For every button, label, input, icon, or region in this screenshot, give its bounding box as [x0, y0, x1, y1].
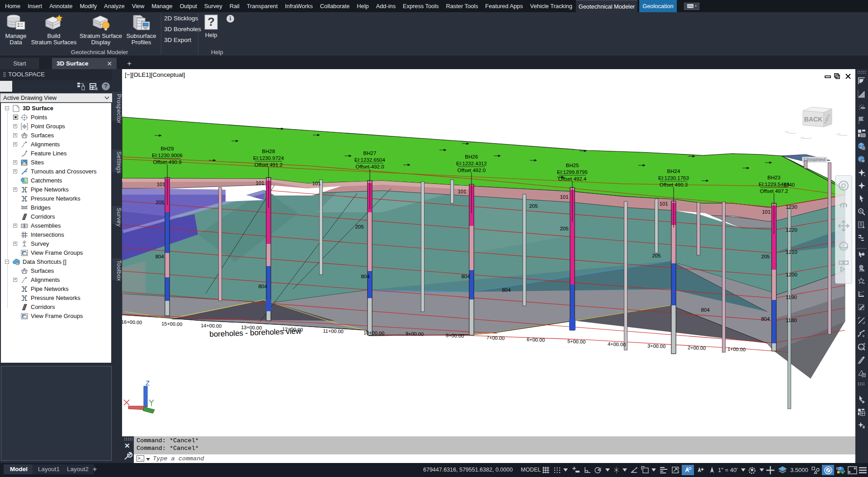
svg-text:804: 804	[701, 307, 710, 313]
svg-text:1230: 1230	[786, 204, 797, 210]
svg-text:BH28: BH28	[262, 149, 275, 154]
svg-text:BH27: BH27	[363, 150, 377, 156]
svg-text:Offset 497.2: Offset 497.2	[760, 188, 788, 194]
svg-text:6+00.00: 6+00.00	[527, 337, 545, 342]
svg-text:14+00.00: 14+00.00	[201, 323, 222, 329]
svg-text:15+00.00: 15+00.00	[161, 321, 183, 327]
svg-text:8+00.00: 8+00.00	[446, 332, 464, 338]
svg-text:205: 205	[355, 224, 363, 229]
svg-text:3+00.00: 3+00.00	[647, 343, 665, 349]
svg-text:804: 804	[258, 284, 267, 289]
svg-text:101: 101	[458, 189, 466, 194]
svg-text:804: 804	[761, 316, 770, 322]
svg-text:BH25: BH25	[566, 163, 579, 168]
svg-text:El:1230.9006: El:1230.9006	[152, 153, 183, 158]
svg-text:101: 101	[659, 201, 668, 206]
svg-text:101: 101	[560, 194, 568, 200]
svg-text:101: 101	[312, 181, 321, 186]
svg-text:Offset 490.3: Offset 490.3	[660, 182, 688, 187]
svg-text:Offset 492.4: Offset 492.4	[558, 176, 587, 182]
svg-text:2+00.00: 2+00.00	[688, 345, 706, 351]
svg-text:El:1232.4312: El:1232.4312	[456, 161, 487, 166]
svg-text:9+00.00: 9+00.00	[406, 331, 424, 337]
svg-text:El:1232.6504: El:1232.6504	[354, 157, 385, 163]
svg-text:101: 101	[156, 182, 165, 187]
svg-text:5+00.00: 5+00.00	[567, 338, 585, 344]
svg-text:205: 205	[560, 226, 568, 231]
svg-text:1180: 1180	[786, 318, 797, 323]
svg-text:Offset-492.0: Offset-492.0	[355, 164, 384, 169]
svg-text:804: 804	[502, 287, 511, 293]
svg-text:205: 205	[156, 200, 164, 205]
svg-text:BH26: BH26	[465, 154, 478, 159]
svg-text:El:1230.9724: El:1230.9724	[253, 155, 284, 161]
svg-text:1210: 1210	[786, 249, 797, 255]
svg-text:1200: 1200	[786, 272, 797, 277]
svg-text:1220: 1220	[786, 227, 797, 233]
svg-text:7+00.00: 7+00.00	[486, 335, 505, 341]
svg-text:Z: Z	[146, 380, 150, 387]
svg-text:boreholes - boreholes view: boreholes - boreholes view	[209, 327, 302, 338]
svg-text:10+00.00: 10+00.00	[363, 330, 385, 336]
svg-text:804: 804	[155, 254, 164, 259]
svg-text:4+00.00: 4+00.00	[608, 341, 626, 347]
svg-text:16+00.00: 16+00.00	[122, 319, 142, 325]
svg-text:?: ?	[208, 15, 215, 28]
svg-text:1190: 1190	[786, 295, 797, 300]
svg-text:205: 205	[761, 254, 769, 259]
svg-text:BH24: BH24	[667, 168, 680, 174]
svg-text:1+00.00: 1+00.00	[727, 346, 745, 352]
svg-text:101: 101	[255, 180, 264, 186]
svg-text:Offset 491.2: Offset 491.2	[255, 162, 283, 168]
svg-text:BACK: BACK	[804, 116, 822, 123]
svg-text:804: 804	[361, 274, 370, 279]
svg-text:205: 205	[529, 203, 538, 209]
svg-text:11+00.00: 11+00.00	[323, 328, 344, 334]
svg-text:205: 205	[652, 253, 660, 258]
svg-text:804: 804	[461, 274, 470, 279]
svg-text:El:1299.8795: El:1299.8795	[557, 169, 588, 175]
svg-text:Offset-490.9: Offset-490.9	[153, 159, 181, 165]
svg-text:BH29: BH29	[161, 146, 174, 151]
svg-text:1240: 1240	[783, 182, 795, 187]
svg-text:BH23: BH23	[768, 175, 781, 180]
svg-text:Offset 492.0: Offset 492.0	[458, 168, 486, 173]
svg-text:101: 101	[762, 209, 770, 215]
svg-text:El:1230.1763: El:1230.1763	[658, 175, 689, 181]
